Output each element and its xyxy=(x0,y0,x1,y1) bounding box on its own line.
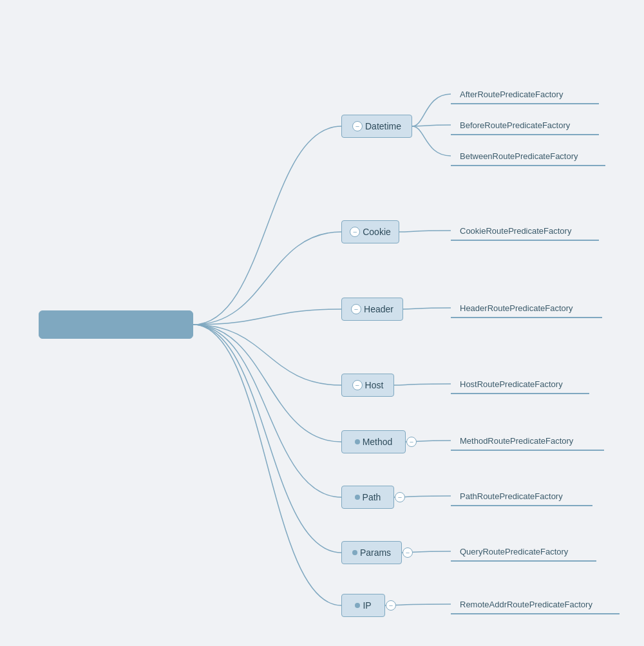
branch-label-params: Params xyxy=(360,547,391,558)
leaf-label-host-factory: HostRoutePredicateFactory xyxy=(460,379,563,389)
leaf-label-between: BetweenRoutePredicateFactory xyxy=(460,151,578,161)
leaf-underline-cookie-factory xyxy=(451,240,599,241)
collapse-right-icon-ip[interactable]: − xyxy=(386,600,396,611)
leaf-label-path-factory: PathRoutePredicateFactory xyxy=(460,491,563,501)
collapse-icon-cookie[interactable]: − xyxy=(350,227,360,237)
branch-node-ip[interactable]: IP− xyxy=(341,594,385,617)
dot-icon-params xyxy=(352,550,357,555)
branch-node-header[interactable]: −Header xyxy=(341,298,403,321)
dot-icon-ip xyxy=(355,603,360,608)
leaf-label-ip-factory: RemoteAddrRoutePredicateFactory xyxy=(460,600,592,609)
dot-icon-method xyxy=(355,439,360,444)
branch-label-datetime: Datetime xyxy=(365,121,401,131)
leaf-node-path-factory: PathRoutePredicateFactory xyxy=(451,486,592,506)
leaf-node-host-factory: HostRoutePredicateFactory xyxy=(451,374,589,394)
leaf-underline-ip-factory xyxy=(451,613,620,614)
leaf-node-between: BetweenRoutePredicateFactory xyxy=(451,146,605,166)
branch-label-method: Method xyxy=(363,437,393,447)
leaf-underline-method-factory xyxy=(451,450,604,451)
leaf-underline-params-factory xyxy=(451,560,596,562)
leaf-node-cookie-factory: CookieRoutePredicateFactory xyxy=(451,220,599,241)
leaf-label-before: BeforeRoutePredicateFactory xyxy=(460,120,570,130)
collapse-right-icon-params[interactable]: − xyxy=(402,547,413,558)
leaf-node-method-factory: MethodRoutePredicateFactory xyxy=(451,430,604,451)
collapse-icon-datetime[interactable]: − xyxy=(352,121,363,131)
collapse-icon-header[interactable]: − xyxy=(351,304,361,314)
leaf-node-params-factory: QueryRoutePredicateFactory xyxy=(451,541,596,562)
leaf-node-after: AfterRoutePredicateFactory xyxy=(451,84,599,104)
root-node[interactable] xyxy=(39,310,193,339)
leaf-node-before: BeforeRoutePredicateFactory xyxy=(451,115,599,135)
leaf-underline-between xyxy=(451,165,605,166)
leaf-label-params-factory: QueryRoutePredicateFactory xyxy=(460,547,568,556)
leaf-underline-path-factory xyxy=(451,505,592,506)
leaf-underline-header-factory xyxy=(451,317,602,318)
branch-node-path[interactable]: Path− xyxy=(341,486,394,509)
branch-node-host[interactable]: −Host xyxy=(341,374,394,397)
collapse-icon-host[interactable]: − xyxy=(352,380,363,390)
branch-label-path: Path xyxy=(363,492,381,502)
branch-label-host: Host xyxy=(365,380,384,390)
leaf-underline-before xyxy=(451,134,599,135)
leaf-label-method-factory: MethodRoutePredicateFactory xyxy=(460,436,573,446)
branch-label-header: Header xyxy=(364,304,393,314)
collapse-right-icon-path[interactable]: − xyxy=(395,492,405,502)
branch-node-cookie[interactable]: −Cookie xyxy=(341,220,399,243)
mind-map-diagram: −DatetimeAfterRoutePredicateFactoryBefor… xyxy=(0,0,644,646)
leaf-underline-after xyxy=(451,103,599,104)
dot-icon-path xyxy=(355,495,360,500)
branch-label-ip: IP xyxy=(363,600,371,611)
collapse-right-icon-method[interactable]: − xyxy=(406,437,417,447)
branch-label-cookie: Cookie xyxy=(363,227,391,237)
leaf-label-header-factory: HeaderRoutePredicateFactory xyxy=(460,303,573,313)
leaf-node-ip-factory: RemoteAddrRoutePredicateFactory xyxy=(451,594,620,614)
leaf-label-after: AfterRoutePredicateFactory xyxy=(460,90,563,99)
branch-node-datetime[interactable]: −Datetime xyxy=(341,115,412,138)
leaf-underline-host-factory xyxy=(451,393,589,394)
leaf-node-header-factory: HeaderRoutePredicateFactory xyxy=(451,298,602,318)
branch-node-method[interactable]: Method− xyxy=(341,430,406,453)
leaf-label-cookie-factory: CookieRoutePredicateFactory xyxy=(460,226,571,236)
branch-node-params[interactable]: Params− xyxy=(341,541,402,564)
